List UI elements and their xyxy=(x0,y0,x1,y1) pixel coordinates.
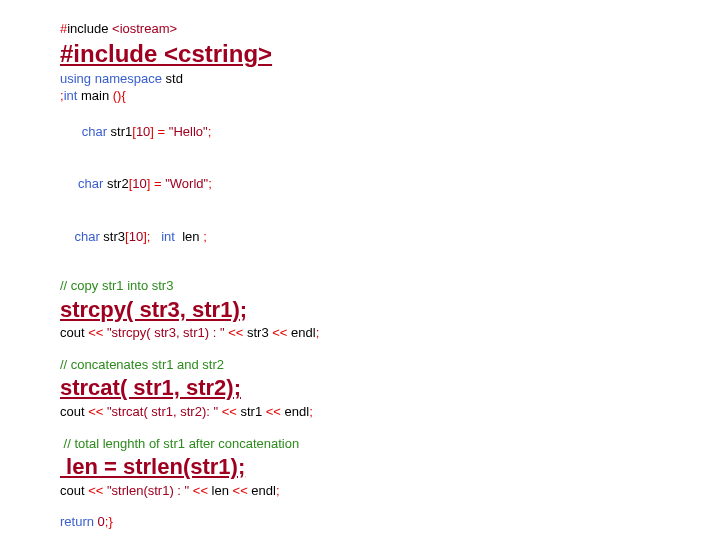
line-1: #include <iostream> xyxy=(60,20,660,38)
id-str1: str1 xyxy=(107,124,132,139)
semi: ; xyxy=(208,124,212,139)
line-6: char str2[10] = "World"; xyxy=(60,158,660,211)
id-endl: endl xyxy=(285,404,310,419)
line-cout-1: cout << "strcpy( str3, str1) : " << str3… xyxy=(60,324,660,342)
code-document: #include <iostream> #include <cstring> u… xyxy=(60,20,660,531)
op: << xyxy=(88,404,107,419)
num-10: 10 xyxy=(132,176,146,191)
line-3: using namespace std xyxy=(60,70,660,88)
op: << xyxy=(189,483,211,498)
id-len: len xyxy=(175,229,203,244)
kw-using: using xyxy=(60,71,91,86)
semi: ; xyxy=(276,483,280,498)
brace-close: ;} xyxy=(105,514,113,529)
str-world: "World" xyxy=(165,176,208,191)
semi: ; xyxy=(309,404,313,419)
comment-length: // total lenghth of str1 after concatena… xyxy=(60,435,660,453)
num-10: 10 xyxy=(129,229,143,244)
op: << xyxy=(233,483,252,498)
kw-namespace: namespace xyxy=(91,71,162,86)
op: << xyxy=(266,404,285,419)
strlit: "strcat( str1, str2): " xyxy=(107,404,218,419)
id-len: len xyxy=(212,483,233,498)
line-return: return 0;} xyxy=(60,513,660,531)
str-hello: "Hello" xyxy=(169,124,208,139)
strlit: "strlen(str1) : " xyxy=(107,483,189,498)
op: << xyxy=(88,325,107,340)
id-str2: str2 xyxy=(103,176,128,191)
kw-include: include xyxy=(67,21,108,36)
semi: ; xyxy=(316,325,320,340)
brk-eq: ] = xyxy=(150,124,168,139)
kw-char: char xyxy=(74,176,103,191)
id-str3: str3 xyxy=(247,325,272,340)
line-5: char str1[10] = "Hello"; xyxy=(60,105,660,158)
kw-return: return xyxy=(60,514,94,529)
ns-std: std xyxy=(162,71,183,86)
op: << xyxy=(225,325,247,340)
brk-eq: ] = xyxy=(147,176,165,191)
comment-concat: // concatenates str1 and str2 xyxy=(60,356,660,374)
num-0: 0 xyxy=(94,514,105,529)
id-endl: endl xyxy=(291,325,316,340)
line-2-include-cstring: #include <cstring> xyxy=(60,38,660,70)
id-cout: cout xyxy=(60,404,88,419)
line-4: ;int main (){ xyxy=(60,87,660,105)
op: << xyxy=(218,404,240,419)
line-strcpy: strcpy( str3, str1); xyxy=(60,295,660,325)
op: << xyxy=(88,483,107,498)
fn-main: main xyxy=(77,88,112,103)
id-str1: str1 xyxy=(240,404,265,419)
kw-char: char xyxy=(74,229,99,244)
line-cout-2: cout << "strcat( str1, str2): " << str1 … xyxy=(60,403,660,421)
line-cout-3: cout << "strlen(str1) : " << len << endl… xyxy=(60,482,660,500)
id-str3: str3 xyxy=(100,229,125,244)
kw-char: char xyxy=(74,124,107,139)
id-cout: cout xyxy=(60,483,88,498)
line-7: char str3[10]; int len ; xyxy=(60,210,660,263)
id-endl: endl xyxy=(251,483,276,498)
brk2: ]; xyxy=(143,229,161,244)
semi: ; xyxy=(203,229,207,244)
kw-int: int xyxy=(161,229,175,244)
semi: ; xyxy=(208,176,212,191)
hdr-iostream: <iostream> xyxy=(108,21,177,36)
strlit: "strcpy( str3, str1) : " xyxy=(107,325,225,340)
num-10: 10 xyxy=(136,124,150,139)
op: << xyxy=(272,325,291,340)
id-cout: cout xyxy=(60,325,88,340)
comment-copy: // copy str1 into str3 xyxy=(60,277,660,295)
line-strlen: len = strlen(str1); xyxy=(60,452,660,482)
brace-open: (){ xyxy=(113,88,126,103)
kw-int: int xyxy=(64,88,78,103)
line-strcat: strcat( str1, str2); xyxy=(60,373,660,403)
